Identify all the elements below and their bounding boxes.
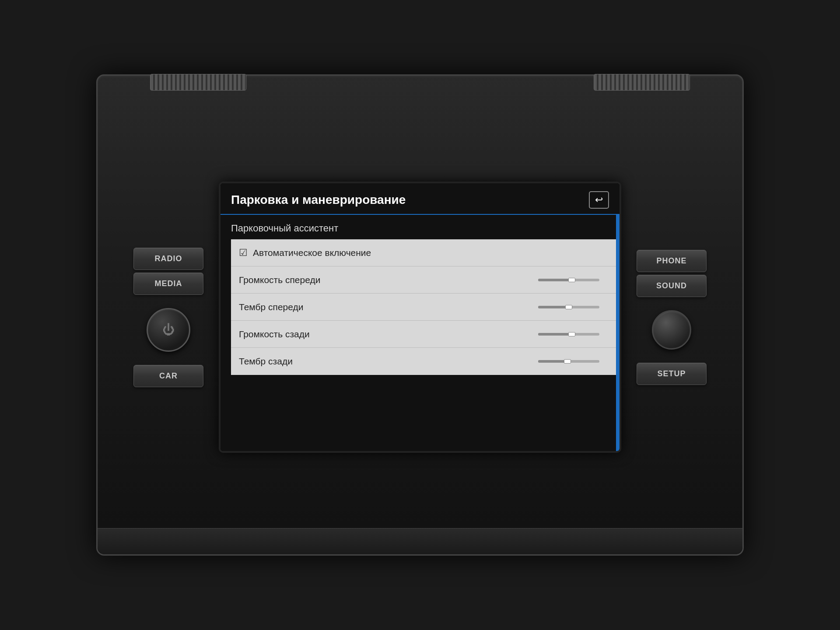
- setup-button[interactable]: SETUP: [637, 363, 707, 385]
- section-label: Парковочный ассистент: [231, 221, 616, 239]
- setting-item-volume_rear[interactable]: Громкость сзади: [231, 321, 616, 348]
- setting-label-text-tone_rear: Тембр сзади: [239, 356, 293, 367]
- slider-thumb-volume_rear[interactable]: [568, 332, 575, 336]
- setting-label-left-volume_rear: Громкость сзади: [239, 329, 310, 340]
- setting-item-volume_front[interactable]: Громкость спереди: [231, 266, 616, 294]
- slider-thumb-tone_rear[interactable]: [564, 359, 571, 364]
- top-strip-right: [594, 74, 690, 91]
- setting-item-auto_on[interactable]: ☑Автоматическое включение: [231, 239, 616, 266]
- slider-container-volume_front[interactable]: [538, 279, 608, 281]
- main-row: RADIO MEDIA ⏻ CAR Парковка и маневрирова…: [98, 111, 742, 524]
- right-panel: PHONE SOUND SETUP: [621, 250, 718, 385]
- settings-list: ☑Автоматическое включениеГромкость спере…: [231, 239, 616, 375]
- screen-title: Парковка и маневрирование: [231, 193, 406, 207]
- slider-thumb-volume_front[interactable]: [568, 278, 575, 282]
- left-knob-area: ⏻: [147, 308, 190, 352]
- right-bottom-buttons: SETUP: [637, 363, 707, 385]
- setting-label-text-tone_front: Тембр спереди: [239, 302, 304, 312]
- setting-item-tone_front[interactable]: Тембр спереди: [231, 294, 616, 321]
- slider-track-tone_front: [538, 306, 599, 308]
- slider-container-volume_rear[interactable]: [538, 333, 608, 336]
- power-icon: ⏻: [162, 324, 175, 336]
- slider-fill-tone_front: [538, 306, 569, 308]
- screen-container: Парковка и маневрирование ↩ Парковочный …: [219, 182, 621, 453]
- car-button[interactable]: CAR: [133, 365, 203, 387]
- screen-header: Парковка и маневрирование ↩: [220, 183, 620, 215]
- left-panel: RADIO MEDIA ⏻ CAR: [122, 248, 219, 387]
- left-bottom-buttons: CAR: [133, 365, 203, 387]
- slider-fill-tone_rear: [538, 360, 567, 363]
- top-strip-left: [150, 74, 246, 91]
- volume-knob[interactable]: [652, 310, 691, 350]
- radio-button[interactable]: RADIO: [133, 248, 203, 270]
- setting-label-text-auto_on: Автоматическое включение: [253, 248, 371, 258]
- setting-label-left-tone_front: Тембр спереди: [239, 302, 304, 312]
- setting-label-text-volume_rear: Громкость сзади: [239, 329, 310, 340]
- sound-button[interactable]: SOUND: [637, 275, 707, 297]
- slider-track-tone_rear: [538, 360, 599, 363]
- setting-label-left-tone_rear: Тембр сзади: [239, 356, 293, 367]
- back-button[interactable]: ↩: [589, 191, 609, 209]
- bottom-bar: [98, 528, 742, 554]
- left-top-buttons: RADIO MEDIA: [133, 248, 203, 295]
- head-unit: RADIO MEDIA ⏻ CAR Парковка и маневрирова…: [96, 74, 744, 556]
- slider-track-volume_front: [538, 279, 599, 281]
- setting-item-tone_rear[interactable]: Тембр сзади: [231, 348, 616, 375]
- slider-container-tone_rear[interactable]: [538, 360, 608, 363]
- setting-label-text-volume_front: Громкость спереди: [239, 275, 320, 285]
- power-knob[interactable]: ⏻: [147, 308, 190, 352]
- screen-body: Парковочный ассистент ☑Автоматическое вк…: [220, 215, 620, 451]
- screen-content: Парковочный ассистент ☑Автоматическое вк…: [220, 215, 616, 451]
- checkbox-icon-auto_on: ☑: [239, 247, 248, 259]
- right-knob-area: [652, 310, 691, 350]
- setting-label-left-volume_front: Громкость спереди: [239, 275, 320, 285]
- setting-label-left-auto_on: ☑Автоматическое включение: [239, 247, 371, 259]
- screen: Парковка и маневрирование ↩ Парковочный …: [220, 183, 620, 451]
- slider-track-volume_rear: [538, 333, 599, 336]
- slider-fill-volume_rear: [538, 333, 572, 336]
- back-icon: ↩: [595, 194, 603, 206]
- right-top-buttons: PHONE SOUND: [637, 250, 707, 297]
- slider-thumb-tone_front[interactable]: [565, 305, 572, 309]
- scroll-bar[interactable]: [616, 215, 620, 451]
- phone-button[interactable]: PHONE: [637, 250, 707, 272]
- media-button[interactable]: MEDIA: [133, 273, 203, 295]
- slider-fill-volume_front: [538, 279, 572, 281]
- slider-container-tone_front[interactable]: [538, 306, 608, 308]
